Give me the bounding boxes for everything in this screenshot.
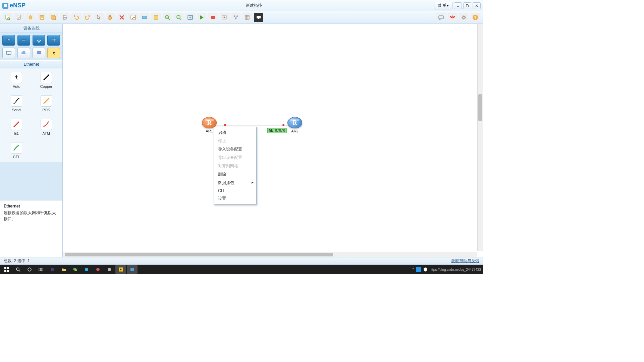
start-button[interactable]: [1, 265, 12, 274]
text-tool[interactable]: [140, 13, 149, 22]
svg-text:?: ?: [474, 15, 477, 19]
topology-button[interactable]: [231, 13, 240, 22]
link-line[interactable]: [217, 125, 288, 125]
vertical-scrollbar[interactable]: [477, 24, 483, 251]
minimize-button[interactable]: [454, 2, 462, 9]
svg-rect-9: [63, 18, 66, 19]
switch-category[interactable]: [17, 35, 30, 46]
connection-auto[interactable]: Auto: [5, 72, 28, 88]
link-endpoint-left[interactable]: [224, 124, 226, 126]
pc-category[interactable]: [2, 48, 15, 58]
connection-label: Auto: [13, 84, 20, 88]
tray-time-overlay: https://blog.csdn.net/qq_24478433: [430, 268, 481, 272]
server-category[interactable]: [33, 48, 45, 58]
cortana-button[interactable]: [24, 265, 35, 274]
taskbar-app-wechat[interactable]: [70, 265, 80, 274]
redo-button[interactable]: [83, 13, 92, 22]
taskbar-app-explorer[interactable]: [58, 265, 69, 274]
canvas[interactable]: GE 0/0/0 RAR1RAR2 启动停止导入设备配置导出设备配置对齐到网格删…: [63, 24, 483, 257]
ctx-删除[interactable]: 删除: [214, 170, 256, 179]
search-button[interactable]: [13, 265, 23, 274]
connection-pos[interactable]: POS: [35, 95, 58, 112]
connection-label: Copper: [40, 84, 52, 88]
close-button[interactable]: [473, 2, 481, 9]
link-label[interactable]: GE 0/0/0: [267, 128, 287, 133]
zoom-out-button[interactable]: [174, 13, 183, 22]
firewall-category[interactable]: [47, 35, 60, 46]
note-tool[interactable]: [151, 13, 161, 22]
new-file-button[interactable]: [3, 13, 12, 22]
context-menu: 启动停止导入设备配置导出设备配置对齐到网格删除数据抓包CLI设置: [214, 127, 257, 204]
start-all-button[interactable]: [197, 13, 206, 22]
scrollbar-thumb[interactable]: [65, 253, 333, 256]
svg-rect-11: [142, 16, 147, 19]
capture-button[interactable]: [220, 13, 229, 22]
router-category[interactable]: R: [2, 35, 15, 46]
scrollbar-thumb[interactable]: [478, 94, 482, 121]
taskbar-app-ensp[interactable]: [127, 265, 138, 274]
taskbar-app-chrome[interactable]: [93, 265, 103, 274]
feedback-link[interactable]: 获取帮助与反馈: [451, 258, 479, 264]
cloud-category[interactable]: [17, 48, 30, 58]
tray-chevron-up-icon[interactable]: ˄: [412, 267, 414, 272]
taskbar-app-potplayer[interactable]: [115, 265, 126, 274]
message-button[interactable]: [436, 13, 446, 22]
pointer-tool[interactable]: [94, 13, 104, 22]
display-mode-button[interactable]: [254, 13, 263, 22]
svg-rect-23: [258, 18, 259, 19]
settings-button[interactable]: [459, 13, 469, 22]
toolbar-right-group: ?: [436, 13, 480, 22]
connection-title: Ethernet: [0, 60, 62, 68]
fit-view-button[interactable]: [185, 13, 195, 22]
undo-button[interactable]: [71, 13, 81, 22]
connection-e1[interactable]: E1: [5, 119, 28, 135]
print-button[interactable]: [60, 13, 69, 22]
pan-tool[interactable]: [106, 13, 115, 22]
router-ar2[interactable]: RAR2: [287, 117, 302, 133]
ctx-导入设备配置[interactable]: 导入设备配置: [214, 145, 256, 154]
connection-icon: [11, 95, 22, 107]
connection-atm[interactable]: ATM: [35, 119, 58, 135]
help-button[interactable]: ?: [471, 13, 480, 22]
menu-dropdown-button[interactable]: 菜 单▾: [434, 2, 452, 9]
taskbar-app-browser[interactable]: [81, 265, 92, 274]
title-buttons: 菜 单▾: [434, 2, 483, 9]
connection-ctl[interactable]: CTL: [5, 142, 28, 159]
delete-tool[interactable]: [117, 13, 126, 22]
taskbar-app-eclipse[interactable]: [47, 265, 58, 274]
stop-all-button[interactable]: [208, 13, 218, 22]
wlan-category[interactable]: [33, 35, 45, 46]
home-button[interactable]: [26, 13, 35, 22]
connection-category[interactable]: [47, 48, 60, 58]
taskbar-app-generic[interactable]: [104, 265, 115, 274]
horizontal-scrollbar[interactable]: [63, 252, 477, 257]
maximize-button[interactable]: [463, 2, 471, 9]
save-button[interactable]: [37, 13, 47, 22]
svg-point-46: [16, 268, 19, 270]
svg-rect-2: [467, 5, 469, 7]
svg-rect-45: [7, 270, 9, 272]
link-endpoint-right[interactable]: [282, 124, 284, 126]
open-file-button[interactable]: [14, 13, 24, 22]
svg-rect-43: [7, 267, 9, 269]
body: 设备连线 R Ethernet AutoCopperSerialPOSE1ATM…: [0, 24, 483, 257]
tray-defender-icon[interactable]: [423, 267, 428, 272]
svg-rect-34: [8, 54, 9, 55]
huawei-logo-button[interactable]: [448, 13, 457, 22]
ctx-数据抓包[interactable]: 数据抓包: [214, 179, 256, 187]
properties-button[interactable]: [128, 13, 138, 22]
grid-button[interactable]: [243, 13, 252, 22]
save-all-button[interactable]: [49, 13, 58, 22]
connection-copper[interactable]: Copper: [35, 72, 58, 88]
svg-rect-12: [154, 15, 158, 19]
status-bar: 总数: 2 选中: 1 获取帮助与反馈: [0, 257, 483, 264]
ctx-启动[interactable]: 启动: [214, 128, 256, 137]
connection-label: CTL: [13, 155, 20, 159]
ctx-CLI[interactable]: CLI: [214, 187, 256, 194]
zoom-in-button[interactable]: [163, 13, 172, 22]
connection-label: E1: [14, 131, 19, 135]
ctx-设置[interactable]: 设置: [214, 194, 256, 203]
taskview-button[interactable]: [36, 265, 46, 274]
tray-security-icon[interactable]: [416, 267, 421, 272]
connection-serial[interactable]: Serial: [5, 95, 28, 112]
